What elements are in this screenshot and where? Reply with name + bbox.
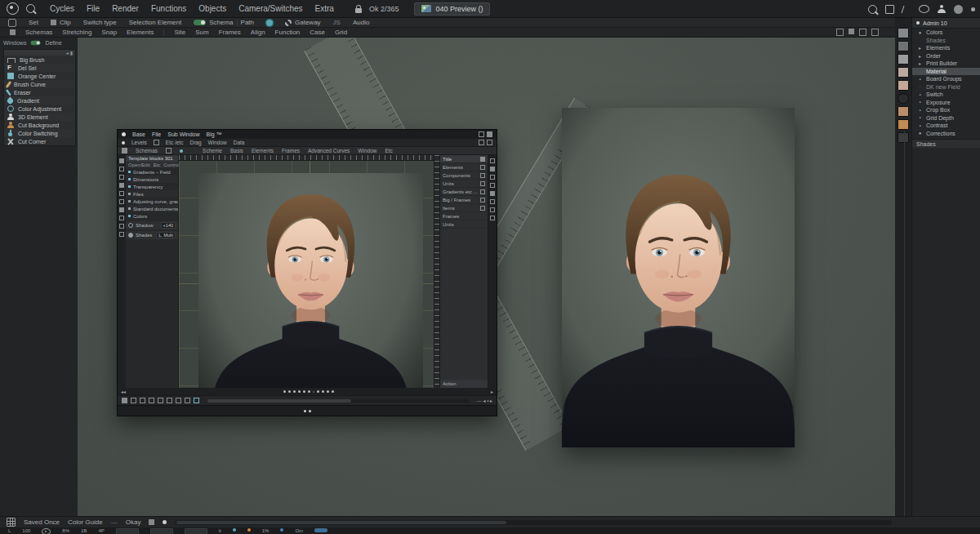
ew-tab-etc[interactable]: Etc <box>385 148 392 154</box>
record-icon[interactable] <box>266 20 273 26</box>
play-icon[interactable] <box>122 398 127 403</box>
zoom-icon[interactable] <box>868 5 877 14</box>
row-icon[interactable] <box>480 165 485 170</box>
editing-photo[interactable] <box>198 173 423 388</box>
dock-item[interactable]: 1B <box>81 528 87 533</box>
tool-eraser[interactable]: Eraser <box>4 88 75 96</box>
frame-dot[interactable] <box>283 390 286 393</box>
view-full-icon[interactable] <box>871 29 879 36</box>
panel-row[interactable]: Units <box>440 220 488 229</box>
eye-icon[interactable] <box>42 528 51 534</box>
dock-item[interactable]: Om <box>295 528 303 533</box>
elements-button[interactable]: Elements <box>127 29 154 36</box>
layers-icon[interactable] <box>10 29 16 35</box>
tool-big-brush[interactable]: Big Brush <box>4 56 75 64</box>
tool-icon[interactable] <box>490 216 495 220</box>
tool-icon[interactable] <box>119 167 124 171</box>
menu-camera-switches[interactable]: Camera/Switches <box>236 4 305 13</box>
editor-h-scrollbar[interactable] <box>207 399 469 403</box>
prop-print-builder[interactable]: ▸Print Builder <box>912 60 980 68</box>
tab-define[interactable]: Define <box>45 40 61 46</box>
panel-row[interactable]: Frames <box>440 212 488 220</box>
ew-menu-big[interactable]: Big ™ <box>207 131 222 137</box>
tool-icon[interactable] <box>119 158 124 163</box>
row-icon[interactable] <box>480 173 485 178</box>
prop-colors[interactable]: ●Colors <box>912 29 980 37</box>
minimize-icon[interactable] <box>479 131 484 137</box>
record-dot-icon[interactable] <box>163 520 167 524</box>
prop-crop-box[interactable]: ▪Crop Box <box>912 106 980 114</box>
view-grid-icon[interactable] <box>836 29 844 36</box>
tool-cut-background[interactable]: Cut Background <box>4 121 75 129</box>
align-button[interactable]: Align <box>251 29 265 36</box>
switch-type-button[interactable]: Switch type <box>83 19 117 26</box>
prop-contrast[interactable]: ▪Contrast <box>912 122 980 130</box>
right-scrollbar-track[interactable] <box>904 131 905 516</box>
tree-item[interactable]: Dimensions <box>126 176 178 183</box>
tool-icon[interactable] <box>119 175 124 180</box>
tool-icon[interactable] <box>490 183 495 188</box>
tree-item[interactable]: Adjusting curve, gradients <box>126 198 178 205</box>
stretching-button[interactable]: Stretching <box>62 29 91 36</box>
tool-icon[interactable] <box>140 398 145 403</box>
maximize-icon[interactable] <box>487 131 492 137</box>
tree-item[interactable]: Standard documents <box>126 205 178 212</box>
frame-dot[interactable] <box>298 390 301 393</box>
tool-icon[interactable] <box>490 199 495 204</box>
ew-tab-window[interactable]: Window <box>358 148 376 154</box>
ew-levels[interactable]: Levels <box>131 140 147 145</box>
frame-dot[interactable] <box>288 390 291 393</box>
prop-exposure[interactable]: ▪Exposure <box>912 99 980 107</box>
tree-item[interactable]: Colors <box>126 212 178 220</box>
tab-open-edit[interactable]: Open/Edit <box>128 162 150 167</box>
row-icon[interactable] <box>480 206 485 211</box>
frame-dot[interactable] <box>293 390 296 393</box>
properties-footer[interactable]: Shades <box>912 139 980 148</box>
panel-right-icon[interactable] <box>479 140 484 145</box>
frame-dot[interactable] <box>303 390 305 393</box>
prop-elements[interactable]: ▸Elements <box>912 44 980 52</box>
thumb-swatch[interactable] <box>898 41 909 51</box>
stop-icon[interactable] <box>149 519 154 525</box>
tab-windows[interactable]: Windows <box>3 40 26 46</box>
pin-icon[interactable]: ▮ <box>70 50 73 56</box>
dock-button[interactable] <box>185 528 207 534</box>
ew-drag[interactable]: Drag <box>189 140 201 145</box>
grid-mini-icon[interactable] <box>154 140 159 145</box>
link-icon[interactable] <box>194 398 199 403</box>
effects-icon[interactable] <box>902 6 912 13</box>
tool-del-sel[interactable]: Del Sel <box>4 64 75 72</box>
snap-button[interactable]: Snap <box>101 29 117 36</box>
row-icon[interactable] <box>480 157 485 162</box>
tool-icon[interactable] <box>149 398 154 403</box>
collapse-icon[interactable]: ◂ <box>66 50 69 56</box>
panel-row[interactable]: Components <box>440 171 488 180</box>
ew-menu-file[interactable]: File <box>152 131 161 137</box>
pag-right[interactable]: ▸ <box>491 389 493 394</box>
tool-icon[interactable] <box>119 207 124 212</box>
js-button[interactable]: JS <box>333 19 341 26</box>
thumb-swatch[interactable] <box>898 106 909 117</box>
dock-button[interactable] <box>116 528 139 534</box>
panel-row[interactable]: Items <box>440 204 488 212</box>
tool-icon[interactable] <box>119 191 124 196</box>
ew-menu-base[interactable]: Base <box>132 131 145 137</box>
thumb-swatch[interactable] <box>898 93 909 104</box>
tool-color-switching[interactable]: Color Switching <box>4 129 75 137</box>
dock-button[interactable] <box>150 528 173 534</box>
tab-etc[interactable]: Etc <box>154 162 161 167</box>
ew-window[interactable]: Window <box>208 140 227 145</box>
prop-grid-depth[interactable]: ▪Grid Depth <box>912 114 980 122</box>
grid-button[interactable]: Grid <box>335 29 347 36</box>
tool-icon[interactable] <box>119 216 124 220</box>
thumb-swatch[interactable] <box>898 28 909 38</box>
template-blocks-header[interactable]: Template blocks 301 <box>126 155 178 162</box>
tool-3d-element[interactable]: 3D Element <box>4 113 75 121</box>
prop-material-selected[interactable]: Material <box>912 68 980 76</box>
tool-color-adjustment[interactable]: Color Adjustment <box>4 105 75 113</box>
tool-icon[interactable] <box>185 398 190 403</box>
row-icon[interactable] <box>480 181 485 186</box>
tab-strip-icon[interactable] <box>122 148 127 154</box>
prop-switch[interactable]: ▪Switch <box>912 91 980 99</box>
tool-icon[interactable] <box>119 224 124 229</box>
